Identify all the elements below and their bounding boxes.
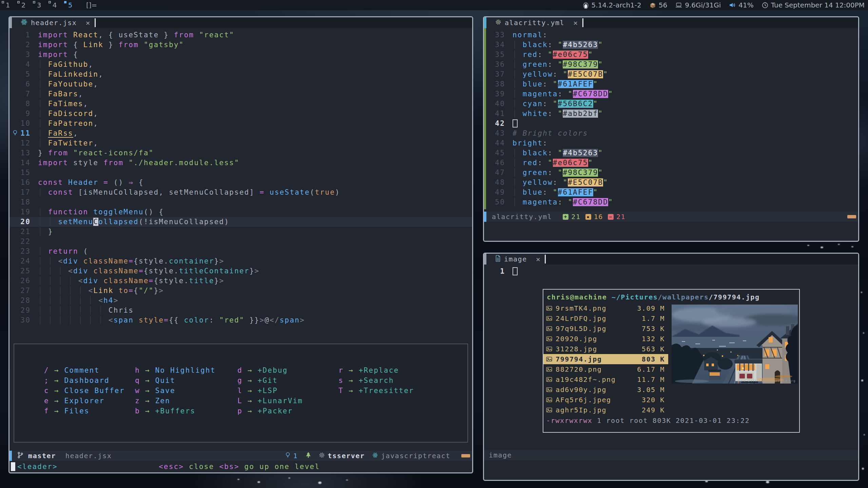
code-line-12[interactable]: 12│ FaTwitter, xyxy=(9,138,472,148)
line-number: 28 xyxy=(9,296,38,306)
code-line-44[interactable]: 44bright: xyxy=(484,138,858,148)
file-name: aghr5Ip.jpg xyxy=(556,405,631,415)
code-line-3[interactable]: 3import { xyxy=(9,50,472,60)
code-line-28[interactable]: 28│ │ │ │ │ │ <h4> xyxy=(9,296,472,306)
code-line-47[interactable]: 47│ green: "#98C379" xyxy=(484,168,858,178)
which-key-item-b[interactable]: b → +Buffers xyxy=(135,406,216,416)
code-line-46[interactable]: 46│ red: "#e06c75" xyxy=(484,158,858,168)
workspace-3[interactable]: 3 xyxy=(31,0,47,10)
code-line-29[interactable]: 29│ │ │ │ │ │ │ Chris xyxy=(9,306,472,315)
file-row[interactable]: ad6v90y.jpg3.05 M xyxy=(543,385,668,395)
code-line-30[interactable]: 30│ │ │ │ │ │ │ <span style={{ color: "r… xyxy=(9,315,472,325)
code-line-48[interactable]: 48│ yellow: "#E5C07B" xyxy=(484,178,858,188)
code-line-5[interactable]: 5│ FaLinkedin, xyxy=(9,70,472,79)
code-line-45[interactable]: 45│ black: "#4b5263" xyxy=(484,148,858,158)
close-icon[interactable]: × xyxy=(85,19,91,27)
arrow-icon: → xyxy=(140,387,155,395)
file-row[interactable]: 97q9L5D.jpg753 K xyxy=(543,324,668,334)
code-line-19[interactable]: 19│ function toggleMenu() { xyxy=(9,207,472,217)
which-key-item-L[interactable]: L → +LunarVim xyxy=(237,396,303,406)
code-line-42[interactable]: 42 xyxy=(484,119,858,129)
code-line-24[interactable]: 24│ │ <div className={style.container}> xyxy=(9,256,472,266)
code-line-38[interactable]: 38│ blue: "#61AFEF" xyxy=(484,79,858,89)
file-row[interactable]: aghr5Ip.jpg249 K xyxy=(543,405,668,415)
code-line-15[interactable]: 15 xyxy=(9,168,472,178)
code-line-34[interactable]: 34│ black: "#4b5263" xyxy=(484,40,858,50)
layout-symbol[interactable]: []= xyxy=(86,1,97,9)
code-line-7[interactable]: 7│ FaBars, xyxy=(9,89,472,99)
code-line-11[interactable]: 11│ FaRss, xyxy=(9,129,472,138)
code-line-49[interactable]: 49│ blue: "#61AFEF" xyxy=(484,188,858,197)
workspace-5[interactable]: 5 xyxy=(62,0,78,10)
code-line-9[interactable]: 9│ FaDiscord, xyxy=(9,109,472,119)
code-text: │ FaTwitter, xyxy=(38,138,98,148)
code-line-37[interactable]: 37│ yellow: "#E5C07B" xyxy=(484,70,858,79)
which-key-item-;[interactable]: ; → Dashboard xyxy=(44,375,125,386)
code-area-header-jsx[interactable]: 1import React, { useState } from "react"… xyxy=(9,28,472,344)
close-icon[interactable]: × xyxy=(573,19,578,27)
which-key-item-g[interactable]: g → +Git xyxy=(237,375,303,386)
file-row[interactable]: 9rsmTK4.png3.09 M xyxy=(543,303,668,313)
tab-header-jsx[interactable]: header.jsx × xyxy=(12,17,95,28)
which-key-item-d[interactable]: d → +Debug xyxy=(237,365,303,375)
workspace-1[interactable]: 1 xyxy=(0,0,16,10)
code-line-41[interactable]: 41│ white: "#abb2bf" xyxy=(484,109,858,119)
which-key-item-p[interactable]: p → +Packer xyxy=(237,406,303,416)
code-line-23[interactable]: 23│ return ( xyxy=(9,247,472,256)
which-key-item-e[interactable]: e → Explorer xyxy=(44,396,125,406)
file-row-selected[interactable]: 799794.jpg803 K xyxy=(543,354,668,364)
code-line-33[interactable]: 33normal: xyxy=(484,30,858,40)
code-line-43[interactable]: 43# Bright colors xyxy=(484,129,858,138)
which-key-item-c[interactable]: c → Close Buffer xyxy=(44,386,125,396)
file-row[interactable]: a19c482f~.png11.7 M xyxy=(543,374,668,385)
code-area-alacritty-yml[interactable]: 33normal:34│ black: "#4b5263"35│ red: "#… xyxy=(484,28,858,212)
code-line-25[interactable]: 25│ │ │ <div className={style.titleConta… xyxy=(9,266,472,276)
file-row[interactable]: 24LrDFQ.jpg1.7 M xyxy=(543,313,668,324)
code-line-50[interactable]: 50│ magenta: "#C678DD" xyxy=(484,197,858,207)
code-line-35[interactable]: 35│ red: "#e06c75" xyxy=(484,50,858,60)
which-key-column-2: h → No Highlightq → Quitw → Savez → Zenb… xyxy=(135,365,216,416)
line-number: 34 xyxy=(484,40,513,50)
which-key-item-s[interactable]: s → +Search xyxy=(339,375,414,386)
code-line-26[interactable]: 26│ │ │ │ <div className={style.title}> xyxy=(9,276,472,286)
code-line-39[interactable]: 39│ magenta: "#C678DD" xyxy=(484,89,858,99)
which-key-item-z[interactable]: z → Zen xyxy=(135,396,216,406)
which-key-item-w[interactable]: w → Save xyxy=(135,386,216,396)
which-key-item-h[interactable]: h → No Highlight xyxy=(135,365,216,375)
code-line-22[interactable]: 22 xyxy=(9,237,472,247)
code-line-2[interactable]: 2import { Link } from "gatsby" xyxy=(9,40,472,50)
tab-image[interactable]: image × xyxy=(486,254,545,265)
code-line-1[interactable]: 1import React, { useState } from "react" xyxy=(9,30,472,40)
tab-alacritty-yml[interactable]: alacritty.yml × xyxy=(486,17,582,28)
code-line-21[interactable]: 21│ } xyxy=(9,227,472,237)
code-line-27[interactable]: 27│ │ │ │ │ <Link to={"/"}> xyxy=(9,286,472,296)
code-line-6[interactable]: 6│ FaYoutube, xyxy=(9,79,472,89)
which-key-item-T[interactable]: T → +Treesitter xyxy=(339,386,414,396)
code-line-8[interactable]: 8│ FaTimes, xyxy=(9,99,472,109)
file-row[interactable]: AFq5r6j.jpeg320 K xyxy=(543,395,668,405)
file-row[interactable]: 882720.png6.17 M xyxy=(543,364,668,374)
code-line-17[interactable]: 17│ const [isMenuCollapsed, setMenuColla… xyxy=(9,188,472,197)
code-line-10[interactable]: 10│ FaPatreon, xyxy=(9,119,472,129)
code-line-16[interactable]: 16const Header = () ⇒ { xyxy=(9,178,472,188)
which-key-item-l[interactable]: l → +LSP xyxy=(237,386,303,396)
workspace-2[interactable]: 2 xyxy=(16,0,31,10)
file-row[interactable]: 31228.jpg563 K xyxy=(543,344,668,354)
file-row[interactable]: 20920.jpg132 K xyxy=(543,334,668,344)
code-line-13[interactable]: 13} from "react-icons/fa" xyxy=(9,148,472,158)
code-line-4[interactable]: 4│ FaGithub, xyxy=(9,60,472,70)
code-line-40[interactable]: 40│ cyan: "#56B6C2" xyxy=(484,99,858,109)
which-key-item-f[interactable]: f → Files xyxy=(44,406,125,416)
buffer-area-image[interactable]: 1 chris@machine ~/Pictures/wallpapers/79… xyxy=(484,265,858,450)
command-line[interactable]: <leader> <esc> close <bs> go up one leve… xyxy=(9,461,472,472)
which-key-item-r[interactable]: r → +Replace xyxy=(339,365,414,375)
wave-foam xyxy=(807,245,809,246)
which-key-item-/[interactable]: / → Comment xyxy=(44,365,125,375)
close-icon[interactable]: × xyxy=(536,255,541,263)
code-line-18[interactable]: 18 xyxy=(9,197,472,207)
which-key-item-q[interactable]: q → Quit xyxy=(135,375,216,386)
workspace-4[interactable]: 4 xyxy=(47,0,62,10)
code-line-14[interactable]: 14import style from "./header.module.les… xyxy=(9,158,472,168)
code-line-36[interactable]: 36│ green: "#98C379" xyxy=(484,60,858,70)
code-line-20[interactable]: 20│ │ setMenuCollapsed(!isMenuCollapsed) xyxy=(9,217,472,227)
